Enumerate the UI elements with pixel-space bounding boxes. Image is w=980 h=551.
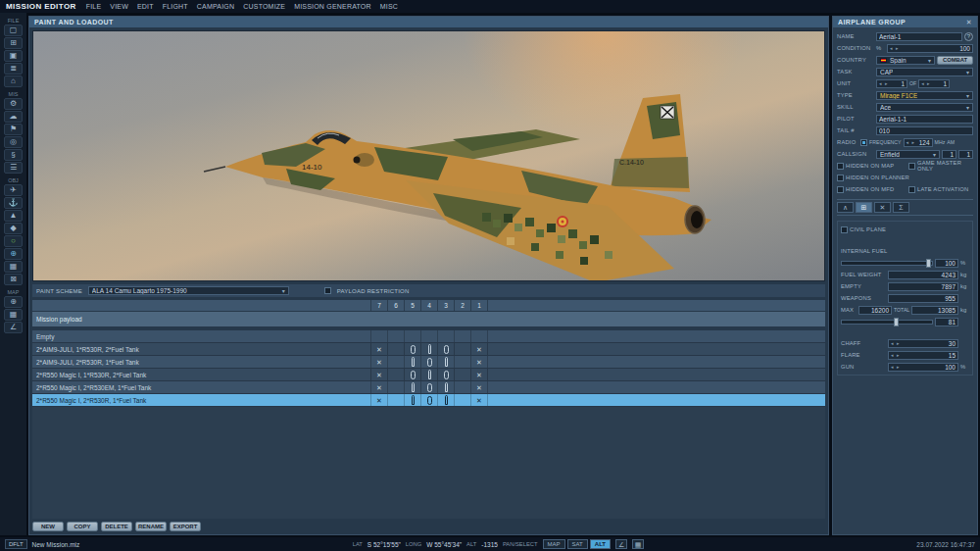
ship-icon[interactable]: ⚓ (4, 197, 23, 209)
internal-fuel-slider[interactable] (841, 261, 933, 266)
menu-item-mission-generator[interactable]: MISSION GENERATOR (294, 3, 371, 10)
name-input[interactable] (876, 32, 962, 41)
chaff-spinner[interactable]: ◂ ▸ 30 (888, 339, 958, 348)
airplane-icon[interactable]: ✈ (4, 184, 23, 196)
tab-collapse-icon[interactable]: ∧ (837, 202, 854, 213)
radio-checkbox[interactable] (860, 139, 867, 146)
delete-button[interactable]: DELETE (101, 522, 132, 531)
payload-row[interactable]: 2*AIM9-JULI, 1*R530R, 2*Fuel Tank✕✕ (32, 343, 825, 356)
late-activation-checkbox[interactable] (908, 186, 915, 193)
payload-row[interactable]: Empty (32, 330, 825, 343)
aircraft-viewport[interactable]: 14-10 C.14-10 (32, 30, 825, 281)
unit-total-spinner[interactable]: ◂ ▸ 1 (918, 79, 950, 88)
task-dropdown[interactable]: CAP ▾ (876, 68, 973, 76)
menu-item-edit[interactable]: EDIT (137, 3, 154, 10)
settings-icon[interactable]: ⚙ (4, 98, 23, 110)
internal-fuel-value[interactable]: 100 (935, 259, 958, 268)
static-object-icon[interactable]: ◆ (4, 223, 23, 234)
callsign-value: Enfield (880, 151, 900, 158)
help-icon[interactable]: ? (964, 32, 973, 41)
pilot-input[interactable] (876, 115, 973, 124)
triggers-icon[interactable]: ⚑ (4, 124, 23, 135)
payload-row[interactable]: 2*R550 Magic I, 1*R530R, 2*Fuel Tank✕✕ (32, 369, 825, 381)
unit-count-spinner[interactable]: ◂ ▸ 1 (876, 79, 907, 88)
skill-dropdown[interactable]: Ace ▾ (876, 103, 973, 112)
gun-spinner[interactable]: ◂ ▸ 100 (888, 363, 958, 372)
hidden-on-mfd-checkbox[interactable] (837, 186, 844, 193)
civil-plane-checkbox[interactable] (841, 226, 848, 233)
new-button[interactable]: NEW (32, 522, 64, 531)
menu-item-view[interactable]: VIEW (110, 3, 128, 10)
paint-scheme-dropdown[interactable]: ALA 14 Camu Lagarto 1975-1990 ▾ (88, 286, 289, 295)
hidden-on-planner-checkbox[interactable] (837, 175, 844, 181)
statusbar-alt-button[interactable]: ALT (590, 539, 611, 549)
open-mission-icon[interactable]: ⊞ (4, 37, 23, 49)
fuel-tank-icon (411, 345, 416, 354)
grid-objects-icon[interactable]: ▦ (4, 261, 23, 273)
total-value[interactable]: 13085 (911, 306, 958, 315)
type-dropdown[interactable]: Mirage F1CE ▾ (876, 91, 973, 100)
callsign-number-2[interactable]: 1 (958, 150, 973, 159)
center-map-icon[interactable]: ⊕ (4, 296, 23, 308)
fuel-weight-value[interactable]: 4243 (888, 271, 958, 279)
country-dropdown[interactable]: Spain ▾ (876, 56, 935, 65)
menu-item-file[interactable]: FILE (86, 3, 102, 10)
menu-item-campaign[interactable]: CAMPAIGN (197, 3, 234, 10)
template-icon[interactable]: ⊕ (4, 248, 23, 260)
callsign-number-1[interactable]: 1 (942, 150, 956, 159)
ruler-icon[interactable]: ∠ (615, 539, 627, 549)
frequency-spinner[interactable]: ◂ ▸ 124 (904, 138, 933, 147)
briefing-icon[interactable]: ≣ (4, 63, 23, 75)
goals-icon[interactable]: ◎ (4, 136, 23, 148)
tab-route-icon[interactable]: ⊞ (856, 202, 872, 213)
zone-icon[interactable]: ○ (4, 235, 23, 247)
copy-button[interactable]: COPY (67, 522, 98, 531)
close-icon[interactable]: ✕ (966, 19, 972, 26)
slider-handle[interactable] (894, 318, 899, 326)
statusbar-sat-button[interactable]: SAT (567, 539, 588, 549)
payload-row-selected[interactable]: 2*R550 Magic I, 2*R530R, 1*Fuel Tank✕✕ (32, 394, 825, 407)
empty-weight-value[interactable]: 7897 (888, 282, 958, 291)
new-mission-icon[interactable]: ▢ (4, 25, 23, 36)
payload-row[interactable]: 2*R550 Magic I, 2*R530EM, 1*Fuel Tank✕✕ (32, 381, 825, 394)
flare-spinner[interactable]: ◂ ▸ 15 (888, 351, 958, 360)
menu-item-customize[interactable]: CUSTOMIZE (243, 3, 285, 10)
payload-restriction-checkbox[interactable] (324, 287, 331, 294)
civil-plane-label: CIVIL PLANE (850, 226, 886, 232)
export-button[interactable]: EXPORT (170, 522, 201, 531)
callsign-dropdown[interactable]: Enfield ▾ (876, 150, 940, 159)
lists-icon[interactable]: ☰ (4, 162, 23, 174)
save-mission-icon[interactable]: ▣ (4, 50, 23, 62)
station-cell (404, 394, 420, 406)
vehicle-icon[interactable]: ▲ (4, 210, 23, 222)
max-value[interactable]: 16200 (858, 306, 892, 315)
map-layers-icon[interactable]: ▦ (4, 309, 23, 321)
combat-button[interactable]: COMBAT (937, 56, 973, 65)
grid-icon[interactable]: ▦ (632, 539, 644, 549)
ruler-icon[interactable]: ∠ (4, 322, 23, 333)
load-percent-value[interactable]: 81 (935, 318, 958, 326)
game-master-only-checkbox[interactable] (908, 163, 915, 170)
mission-payload-row[interactable]: Mission payload (32, 312, 825, 326)
slider-handle[interactable] (926, 259, 931, 268)
tab-loadout-icon[interactable]: ✕ (874, 202, 891, 213)
load-slider[interactable] (841, 320, 933, 325)
menu-item-misc[interactable]: MISC (380, 3, 398, 10)
mission-payload-label: Mission payload (36, 316, 82, 323)
condition-spinner[interactable]: ◂ ▸ 100 (887, 44, 973, 53)
weapons-value[interactable]: 955 (888, 294, 958, 303)
rename-button[interactable]: RENAME (135, 522, 167, 531)
statusbar-map-button[interactable]: MAP (543, 539, 565, 549)
weather-icon[interactable]: ☁ (4, 111, 23, 123)
hidden-on-map-checkbox[interactable] (837, 163, 844, 170)
payload-row[interactable]: 2*AIM9-JULI, 2*R530R, 1*Fuel Tank✕✕ (32, 356, 825, 369)
payload-row-label: 2*R550 Magic I, 2*R530EM, 1*Fuel Tank (32, 381, 370, 393)
tail-number-input[interactable] (876, 126, 973, 135)
mission-options-icon[interactable]: ⌂ (4, 75, 23, 87)
mode-dropdown[interactable]: DFLT (5, 539, 27, 549)
delete-object-icon[interactable]: ⊠ (4, 274, 23, 285)
tab-summary-icon[interactable]: Σ (893, 202, 909, 213)
rules-icon[interactable]: § (4, 149, 23, 161)
load-slider-row: 81 (841, 317, 969, 326)
menu-item-flight[interactable]: FLIGHT (163, 3, 188, 10)
